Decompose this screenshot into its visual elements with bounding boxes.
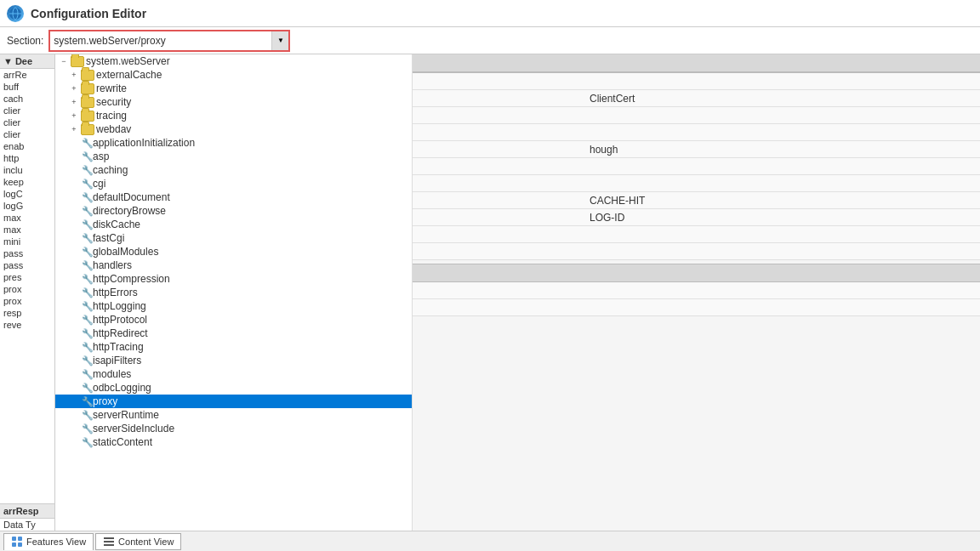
- content-view-tab[interactable]: Content View: [95, 533, 181, 550]
- tree-node-fastcgi[interactable]: 🔧 fastCgi: [55, 231, 412, 245]
- tree-node-label: cgi: [93, 178, 105, 190]
- svg-rect-8: [104, 541, 114, 542]
- list-item[interactable]: logC: [0, 188, 54, 200]
- list-item[interactable]: clier: [0, 105, 54, 116]
- tree-node-cgi[interactable]: 🔧 cgi: [55, 177, 412, 190]
- file-icon: 🔧: [82, 247, 90, 257]
- list-item[interactable]: prox: [0, 283, 54, 295]
- tree-node-diskcache[interactable]: 🔧 diskCache: [55, 218, 412, 231]
- no-expand: [69, 369, 79, 379]
- cell-value: LOG-ID: [583, 212, 980, 224]
- tree-node-label: defaultDocument: [93, 191, 170, 203]
- tree-node-httperrors[interactable]: 🔧 httpErrors: [55, 286, 412, 299]
- section-input-container: ▼: [48, 30, 290, 52]
- list-item[interactable]: logG: [0, 200, 54, 212]
- no-expand: [69, 410, 79, 420]
- tree-node-serverruntime[interactable]: 🔧 serverRuntime: [55, 408, 412, 422]
- no-expand: [69, 247, 79, 257]
- list-item[interactable]: mini: [0, 236, 54, 247]
- file-icon: 🔧: [82, 138, 90, 148]
- tree-node-odbclogging[interactable]: 🔧 odbcLogging: [55, 381, 412, 395]
- main-area: ▼ Dee arrRe buff cach clier clier clier …: [0, 54, 980, 531]
- expand-icon[interactable]: +: [69, 111, 79, 121]
- tree-node-label: tracing: [96, 110, 127, 122]
- list-item[interactable]: clier: [0, 128, 54, 140]
- tree-node-isapifilters[interactable]: 🔧 isapiFilters: [55, 354, 412, 367]
- no-expand: [69, 233, 79, 243]
- tree-panel: − system.webServer + externalCache + re: [55, 54, 413, 531]
- table-row: [413, 226, 980, 243]
- tree-node-httplogging[interactable]: 🔧 httpLogging: [55, 299, 412, 313]
- tree-node-security[interactable]: + security: [55, 95, 412, 109]
- list-item[interactable]: resp: [0, 307, 54, 319]
- expand-icon[interactable]: −: [59, 56, 69, 66]
- tree-node-handlers[interactable]: 🔧 handlers: [55, 258, 412, 272]
- expand-icon[interactable]: +: [69, 97, 79, 107]
- list-item[interactable]: pass: [0, 247, 54, 259]
- tree-node-asp[interactable]: 🔧 asp: [55, 150, 412, 163]
- list-item[interactable]: clier: [0, 116, 54, 128]
- svg-rect-6: [18, 542, 22, 547]
- features-view-label: Features View: [26, 537, 86, 547]
- tree-node-serversideinclude[interactable]: 🔧 serverSideInclude: [55, 422, 412, 435]
- file-icon: 🔧: [82, 179, 90, 189]
- tree-node-httptracing[interactable]: 🔧 httpTracing: [55, 340, 412, 354]
- list-item[interactable]: reve: [0, 319, 54, 331]
- expand-icon[interactable]: +: [69, 124, 79, 134]
- list-item[interactable]: max: [0, 224, 54, 236]
- no-expand: [69, 301, 79, 311]
- tree-node-label: httpRedirect: [93, 327, 148, 339]
- title-bar: Configuration Editor: [0, 0, 980, 27]
- list-item[interactable]: max: [0, 212, 54, 224]
- tree-node-webdav[interactable]: + webdav: [55, 122, 412, 136]
- list-item[interactable]: pres: [0, 271, 54, 283]
- cell-value: hough: [583, 144, 980, 156]
- tree-node-externalcache[interactable]: + externalCache: [55, 68, 412, 82]
- section-input[interactable]: [50, 31, 271, 50]
- tree-node-defaultdocument[interactable]: 🔧 defaultDocument: [55, 190, 412, 204]
- svg-rect-7: [104, 537, 114, 539]
- tree-node-staticcontent[interactable]: 🔧 staticContent: [55, 435, 412, 449]
- expand-icon[interactable]: +: [69, 70, 79, 80]
- file-icon: 🔧: [82, 206, 90, 216]
- list-item[interactable]: pass: [0, 259, 54, 271]
- list-item[interactable]: cach: [0, 93, 54, 105]
- no-expand: [69, 274, 79, 284]
- list-item[interactable]: http: [0, 152, 54, 164]
- right-separator-row: [413, 264, 980, 282]
- no-expand: [69, 423, 79, 434]
- features-view-tab[interactable]: Features View: [3, 533, 94, 550]
- cell-value: CACHE-HIT: [583, 195, 980, 207]
- tree-node-directorybrowse[interactable]: 🔧 directoryBrowse: [55, 204, 412, 218]
- no-expand: [69, 138, 79, 148]
- tree-scroll[interactable]: − system.webServer + externalCache + re: [55, 54, 412, 531]
- list-item[interactable]: arrRe: [0, 69, 54, 81]
- folder-icon: [81, 83, 94, 94]
- tree-node-httpcompression[interactable]: 🔧 httpCompression: [55, 272, 412, 286]
- no-expand: [69, 260, 79, 270]
- tree-node-modules[interactable]: 🔧 modules: [55, 367, 412, 381]
- tree-node-caching[interactable]: 🔧 caching: [55, 163, 412, 177]
- list-item[interactable]: inclu: [0, 164, 54, 176]
- tree-node-system-webserver[interactable]: − system.webServer: [55, 54, 412, 68]
- right-panel: ClientCert hough: [413, 54, 980, 531]
- tree-node-label: modules: [93, 368, 131, 380]
- tree-node-httpredirect[interactable]: 🔧 httpRedirect: [55, 327, 412, 340]
- tree-node-tracing[interactable]: + tracing: [55, 109, 412, 122]
- tree-node-httpprotocol[interactable]: 🔧 httpProtocol: [55, 313, 412, 327]
- table-row: hough: [413, 141, 980, 158]
- section-dropdown-button[interactable]: ▼: [271, 31, 288, 50]
- expand-icon[interactable]: +: [69, 83, 79, 94]
- list-item[interactable]: enab: [0, 140, 54, 152]
- list-item[interactable]: keep: [0, 176, 54, 188]
- tree-node-label: httpTracing: [93, 341, 144, 353]
- no-expand: [69, 328, 79, 338]
- list-item[interactable]: buff: [0, 81, 54, 93]
- tree-node-proxy[interactable]: 🔧 proxy: [55, 395, 412, 408]
- list-item[interactable]: prox: [0, 295, 54, 307]
- tree-node-appinit[interactable]: 🔧 applicationInitialization: [55, 136, 412, 150]
- tree-node-globalmodules[interactable]: 🔧 globalModules: [55, 245, 412, 258]
- left-section-header[interactable]: ▼ Dee: [0, 54, 54, 69]
- tree-node-rewrite[interactable]: + rewrite: [55, 82, 412, 95]
- no-expand: [69, 206, 79, 216]
